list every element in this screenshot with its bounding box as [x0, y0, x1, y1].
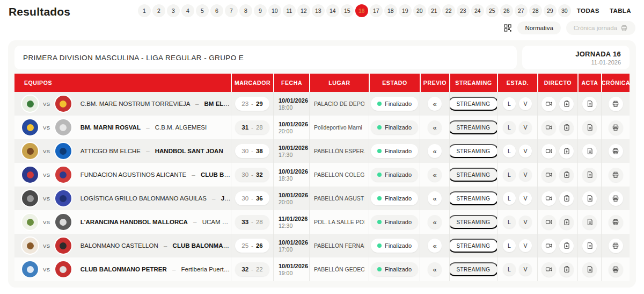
- streaming-button[interactable]: STREAMING: [449, 168, 497, 182]
- acta-document-button[interactable]: [582, 262, 597, 277]
- video-camera-button[interactable]: [541, 97, 556, 111]
- away-team-name[interactable]: HANDBOL SANT JOAN: [155, 148, 223, 154]
- pagination-page-27[interactable]: 27: [515, 4, 528, 17]
- pagination-page-5[interactable]: 5: [196, 4, 209, 17]
- pagination-tabla-button[interactable]: TABLA: [605, 8, 635, 14]
- score-pill[interactable]: 31 - 28: [235, 120, 269, 134]
- estad-local-button[interactable]: L: [503, 121, 516, 134]
- estad-local-button[interactable]: L: [503, 168, 516, 181]
- acta-document-button[interactable]: [582, 191, 597, 206]
- pagination-todas-button[interactable]: TODAS: [573, 8, 604, 14]
- acta-document-button[interactable]: [582, 120, 597, 135]
- home-team-name[interactable]: BALONMANO CASTELLON: [80, 242, 158, 249]
- previo-button[interactable]: «: [428, 168, 442, 182]
- away-team-name[interactable]: CLUB BALONMANO MISLATA: [173, 242, 231, 249]
- previo-button[interactable]: «: [428, 120, 442, 134]
- pagination-page-22[interactable]: 22: [442, 4, 455, 17]
- cronica-printer-button[interactable]: [609, 262, 623, 277]
- pagination-page-17[interactable]: 17: [370, 4, 383, 17]
- estad-visitante-button[interactable]: V: [519, 168, 532, 181]
- video-camera-button[interactable]: [541, 168, 556, 182]
- pagination-page-4[interactable]: 4: [181, 4, 194, 17]
- cronica-printer-button[interactable]: [609, 239, 623, 253]
- previo-button[interactable]: «: [428, 191, 442, 205]
- pagination-page-25[interactable]: 25: [486, 4, 499, 17]
- video-camera-button[interactable]: [541, 262, 556, 277]
- acta-document-button[interactable]: [582, 168, 597, 182]
- estad-visitante-button[interactable]: V: [519, 192, 532, 205]
- pagination-page-14[interactable]: 14: [326, 4, 339, 17]
- away-team-name[interactable]: JEOVENT BM LEGANES: [221, 195, 231, 202]
- clipboard-button[interactable]: [559, 215, 574, 230]
- acta-document-button[interactable]: [582, 239, 597, 253]
- acta-document-button[interactable]: [582, 97, 597, 111]
- clipboard-button[interactable]: [559, 191, 574, 206]
- pagination-page-16[interactable]: 16: [355, 4, 368, 17]
- pagination-page-20[interactable]: 20: [413, 4, 426, 17]
- acta-document-button[interactable]: [582, 144, 597, 159]
- estad-local-button[interactable]: L: [503, 263, 516, 276]
- acta-document-button[interactable]: [582, 215, 597, 230]
- video-camera-button[interactable]: [541, 239, 556, 253]
- pagination-page-3[interactable]: 3: [167, 4, 180, 17]
- away-team-name[interactable]: CLUB BALONMANO MOSTOLES: [201, 171, 231, 178]
- home-team-name[interactable]: C.BM. MARE NOSTRUM TORREVIEJA: [80, 101, 190, 107]
- home-team-name[interactable]: ATTICGO BM ELCHE: [80, 148, 141, 154]
- normativa-button[interactable]: Normativa: [517, 21, 560, 34]
- estad-visitante-button[interactable]: V: [519, 145, 532, 157]
- score-pill[interactable]: 32 - 22: [235, 262, 269, 276]
- home-team-name[interactable]: LOGÍSTICA GRILLO BALONMANO AGUILAS: [80, 195, 207, 202]
- video-camera-button[interactable]: [541, 191, 556, 206]
- estad-visitante-button[interactable]: V: [519, 239, 532, 252]
- streaming-button[interactable]: STREAMING: [449, 191, 497, 205]
- previo-button[interactable]: «: [428, 144, 442, 158]
- streaming-button[interactable]: STREAMING: [449, 239, 497, 253]
- score-pill[interactable]: 30 - 36: [235, 191, 269, 205]
- estad-visitante-button[interactable]: V: [519, 121, 532, 134]
- video-camera-button[interactable]: [541, 120, 556, 135]
- estad-local-button[interactable]: L: [503, 239, 516, 252]
- streaming-button[interactable]: STREAMING: [449, 215, 497, 229]
- pagination-page-11[interactable]: 11: [283, 4, 296, 17]
- home-team-name[interactable]: CLUB BALONMANO PETRER: [80, 266, 167, 273]
- away-team-name[interactable]: BM ELDA CEE: [204, 101, 231, 107]
- away-team-name[interactable]: C.B.M. ALGEMESI: [155, 124, 207, 131]
- pagination-page-28[interactable]: 28: [529, 4, 542, 17]
- clipboard-button[interactable]: [559, 168, 574, 182]
- pagination-page-26[interactable]: 26: [500, 4, 513, 17]
- estad-visitante-button[interactable]: V: [519, 216, 532, 228]
- pagination-page-1[interactable]: 1: [138, 4, 151, 17]
- clipboard-button[interactable]: [559, 239, 574, 253]
- home-team-name[interactable]: BM. MARNI ROSVAL: [80, 124, 141, 131]
- pagination-page-15[interactable]: 15: [341, 4, 354, 17]
- pagination-page-21[interactable]: 21: [428, 4, 441, 17]
- previo-button[interactable]: «: [428, 239, 442, 253]
- qr-code-button[interactable]: [503, 24, 512, 32]
- away-team-name[interactable]: UCAM BM MURCIA: [202, 219, 231, 225]
- home-team-name[interactable]: FUNDACION AGUSTINOS ALICANTE: [80, 171, 186, 178]
- pagination-page-19[interactable]: 19: [399, 4, 412, 17]
- cronica-jornada-button[interactable]: Crónica jornada: [566, 21, 635, 35]
- streaming-button[interactable]: STREAMING: [449, 120, 497, 134]
- estad-local-button[interactable]: L: [503, 97, 516, 110]
- streaming-button[interactable]: STREAMING: [449, 144, 497, 158]
- score-pill[interactable]: 25 - 26: [235, 239, 269, 253]
- clipboard-button[interactable]: [559, 97, 574, 111]
- estad-visitante-button[interactable]: V: [519, 263, 532, 276]
- cronica-printer-button[interactable]: [609, 215, 623, 230]
- home-team-name[interactable]: L'ARANCINA HANDBOL MALLORCA: [80, 219, 188, 225]
- streaming-button[interactable]: STREAMING: [449, 97, 497, 111]
- pagination-page-7[interactable]: 7: [225, 4, 238, 17]
- estad-local-button[interactable]: L: [503, 216, 516, 228]
- pagination-page-12[interactable]: 12: [297, 4, 310, 17]
- score-pill[interactable]: 23 - 29: [235, 97, 269, 111]
- previo-button[interactable]: «: [428, 97, 442, 111]
- streaming-button[interactable]: STREAMING: [449, 262, 497, 276]
- video-camera-button[interactable]: [541, 215, 556, 230]
- cronica-printer-button[interactable]: [609, 97, 623, 111]
- previo-button[interactable]: «: [428, 262, 442, 276]
- cronica-printer-button[interactable]: [609, 168, 623, 182]
- clipboard-button[interactable]: [559, 120, 574, 135]
- pagination-page-23[interactable]: 23: [457, 4, 470, 17]
- pagination-page-2[interactable]: 2: [152, 4, 165, 17]
